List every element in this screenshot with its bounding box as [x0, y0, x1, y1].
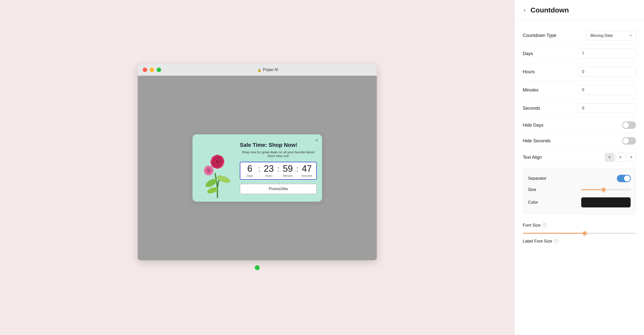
- separator-knob: [624, 175, 630, 181]
- popup-title: Sale Time: Shop Now!: [240, 142, 317, 148]
- label-font-size-row: Label Font Size ?: [523, 236, 636, 246]
- font-size-row: Font Size ?: [523, 220, 636, 230]
- countdown-type-label: Countdown Type: [523, 33, 556, 38]
- hours-label: Hours: [523, 69, 535, 75]
- font-section: Font Size ? Label Font Size ?: [523, 216, 636, 246]
- hide-days-toggle[interactable]: [622, 121, 636, 129]
- seconds-row: Seconds: [523, 99, 636, 117]
- hide-seconds-row: Hide Seconds: [523, 133, 636, 149]
- font-size-label: Font Size ?: [523, 223, 547, 228]
- size-row: Size: [528, 185, 631, 195]
- browser-window: 🔒 Poper AI ×: [138, 64, 377, 260]
- color-row: Color: [528, 195, 631, 210]
- traffic-light-red[interactable]: [143, 68, 147, 72]
- align-center-button[interactable]: ≡: [615, 153, 625, 162]
- promo-code: Promo34w: [240, 184, 317, 194]
- timer-seconds: 47 Seconds: [299, 164, 314, 177]
- svg-point-15: [207, 169, 210, 172]
- browser-titlebar: 🔒 Poper AI: [138, 64, 377, 76]
- timer-minutes-value: 59: [283, 164, 293, 173]
- popup-content: Sale Time: Shop Now! Shop now for great …: [240, 142, 317, 194]
- minutes-input[interactable]: [578, 85, 636, 95]
- timer-days: 6 Days: [242, 164, 257, 177]
- separator-3: :: [295, 165, 299, 173]
- color-swatch[interactable]: [581, 197, 631, 208]
- hide-days-row: Hide Days: [523, 117, 636, 133]
- size-slider-container: [581, 189, 631, 190]
- panel-body: Countdown Type Moving Date Days Hours Mi…: [515, 21, 644, 252]
- timer-minutes-label: Minutes: [283, 174, 292, 177]
- popup-flower-image: [200, 148, 235, 188]
- separator-label: Separator: [528, 176, 547, 181]
- timer-hours-value: 23: [264, 164, 274, 173]
- panel-header: ‹ Countdown: [515, 0, 644, 21]
- timer-days-label: Days: [246, 174, 253, 177]
- font-size-slider-row: [523, 230, 636, 236]
- timer-minutes: 59 Minutes: [280, 164, 295, 177]
- countdown-type-select[interactable]: Moving Date: [586, 31, 636, 40]
- popup-close-button[interactable]: ×: [315, 138, 318, 143]
- svg-point-3: [206, 186, 218, 195]
- browser-content: ×: [138, 76, 377, 260]
- countdown-timer: 6 Days : 23 Hours : 59 Minutes: [240, 162, 317, 180]
- hide-days-knob: [623, 122, 629, 128]
- days-label: Days: [523, 51, 533, 56]
- hide-seconds-knob: [623, 138, 629, 144]
- popup-subtitle: Shop now for great deals on all your fav…: [240, 150, 317, 158]
- separator-section: Separator Size Color: [523, 168, 636, 214]
- hide-seconds-toggle[interactable]: [622, 137, 636, 145]
- separator-2: :: [276, 165, 280, 173]
- separator-1: :: [257, 165, 261, 173]
- hide-seconds-label: Hide Seconds: [523, 138, 550, 144]
- days-row: Days: [523, 45, 636, 63]
- canvas-indicator: [255, 265, 260, 271]
- days-input[interactable]: [578, 49, 636, 59]
- back-button[interactable]: ‹: [523, 6, 526, 15]
- minutes-row: Minutes: [523, 81, 636, 99]
- browser-url-bar: 🔒 Poper AI: [164, 68, 372, 72]
- seconds-label: Seconds: [523, 106, 540, 111]
- seconds-input[interactable]: [578, 103, 636, 113]
- timer-hours-label: Hours: [265, 174, 272, 177]
- browser-title: Poper AI: [263, 68, 278, 72]
- timer-seconds-label: Seconds: [302, 174, 312, 177]
- indicator-dot: [255, 265, 260, 270]
- text-align-row: Text Align ≡ ≡ ≡: [523, 149, 636, 166]
- align-left-button[interactable]: ≡: [605, 153, 614, 162]
- lock-icon: 🔒: [257, 68, 262, 72]
- size-label: Size: [528, 187, 536, 192]
- label-font-size-help-icon[interactable]: ?: [554, 239, 558, 243]
- traffic-light-green[interactable]: [157, 68, 161, 72]
- align-group: ≡ ≡ ≡: [605, 153, 636, 162]
- color-label: Color: [528, 200, 538, 205]
- hide-days-label: Hide Days: [523, 123, 544, 128]
- traffic-light-yellow[interactable]: [150, 68, 154, 72]
- canvas-area: 🔒 Poper AI ×: [0, 0, 514, 335]
- settings-panel: ‹ Countdown Countdown Type Moving Date D…: [514, 0, 644, 335]
- font-size-help-icon[interactable]: ?: [542, 223, 547, 228]
- minutes-label: Minutes: [523, 88, 538, 93]
- timer-seconds-value: 47: [302, 164, 312, 173]
- hours-input[interactable]: [578, 67, 636, 77]
- label-font-size-label: Label Font Size ?: [523, 239, 558, 244]
- hours-row: Hours: [523, 63, 636, 81]
- panel-title: Countdown: [530, 6, 569, 14]
- popup-card: ×: [192, 134, 322, 202]
- countdown-type-row: Countdown Type Moving Date: [523, 27, 636, 45]
- svg-point-10: [216, 160, 219, 164]
- separator-toggle[interactable]: [617, 175, 631, 182]
- size-slider[interactable]: [581, 189, 631, 190]
- timer-hours: 23 Hours: [261, 164, 276, 177]
- align-right-button[interactable]: ≡: [626, 153, 636, 162]
- separator-row: Separator: [528, 172, 631, 185]
- font-size-slider[interactable]: [523, 233, 636, 234]
- text-align-label: Text Align: [523, 155, 542, 160]
- timer-days-value: 6: [247, 164, 252, 173]
